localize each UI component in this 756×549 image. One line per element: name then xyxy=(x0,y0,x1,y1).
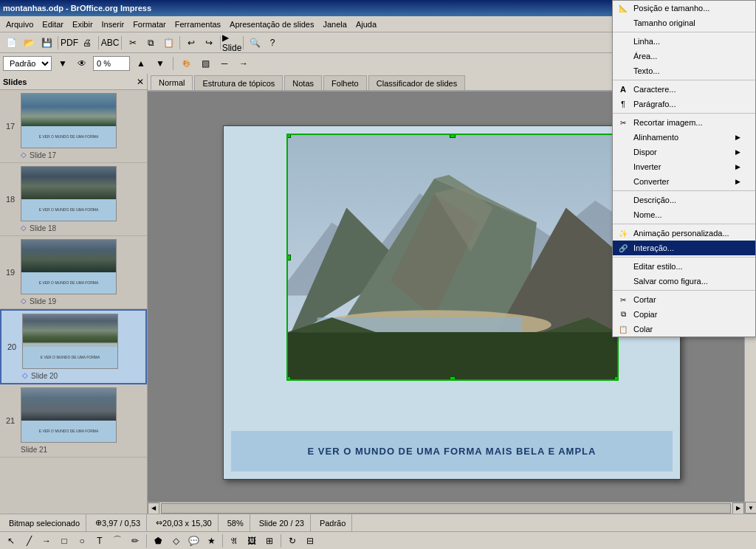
ctx-interacao[interactable]: 🔗 Interação... xyxy=(613,241,755,255)
zoom-button[interactable]: 🔍 xyxy=(247,35,263,51)
ctx-editar-estilo[interactable]: Editar estilo... xyxy=(613,259,755,274)
rotate-tool[interactable]: ↻ xyxy=(284,533,300,549)
ctx-texto[interactable]: Texto... xyxy=(613,63,755,78)
ellipse-tool[interactable]: ○ xyxy=(74,533,90,549)
percent-down[interactable]: ▼ xyxy=(152,55,168,72)
ctx-area[interactable]: Área... xyxy=(613,49,755,63)
bezier-tool[interactable]: ⌒ xyxy=(109,533,126,549)
ctx-dispor[interactable]: Dispor ▶ xyxy=(613,145,755,159)
tab-classificador[interactable]: Classificador de slides xyxy=(368,75,465,90)
scroll-down-button[interactable]: ▼ xyxy=(745,502,756,514)
ctx-caractere[interactable]: A Caractere... xyxy=(613,82,755,97)
print-button[interactable]: 🖨 xyxy=(79,35,95,51)
menu-apresentacao[interactable]: Apresentação de slides xyxy=(225,18,318,30)
text-tool[interactable]: T xyxy=(92,533,108,549)
menu-janela[interactable]: Janela xyxy=(318,18,351,30)
menu-editar[interactable]: Editar xyxy=(38,18,68,30)
menu-arquivo[interactable]: Arquivo xyxy=(1,18,38,30)
fill-btn[interactable]: ▧ xyxy=(197,55,213,72)
ctx-nome[interactable]: Nome... xyxy=(613,207,755,222)
ctx-salvar-figura[interactable]: Salvar como figura... xyxy=(613,274,755,289)
help-button[interactable]: ? xyxy=(264,35,281,51)
fontwork-tool[interactable]: 𝔄 xyxy=(226,533,242,549)
ctx-animacao[interactable]: ✨ Animação personalizada... xyxy=(613,226,755,241)
arrow-btn[interactable]: → xyxy=(236,55,252,72)
tab-normal[interactable]: Normal xyxy=(151,75,193,90)
flowchart-tool[interactable]: ◇ xyxy=(168,533,184,549)
view-btn[interactable]: 👁 xyxy=(74,55,90,72)
menu-formatar[interactable]: Formatar xyxy=(128,18,171,30)
open-button[interactable]: 📂 xyxy=(21,35,37,51)
object-status-text: Bitmap selecionado xyxy=(9,519,80,528)
line-btn[interactable]: ─ xyxy=(216,55,233,72)
callout-tool[interactable]: 💬 xyxy=(185,533,202,549)
slide-thumb-text-17: E VER O MUNDO DE UMA FORMA xyxy=(21,126,116,148)
h-scroll-thumb[interactable] xyxy=(161,503,731,514)
rect-tool[interactable]: □ xyxy=(56,533,72,549)
slide-item-17[interactable]: 17 E VER O MUNDO DE UMA FORMA ◇ Slide 17 xyxy=(0,90,147,163)
menu-ajuda[interactable]: Ajuda xyxy=(351,18,381,30)
scroll-left-button[interactable]: ◀ xyxy=(148,503,159,514)
slide-item-19[interactable]: 19 E VER O MUNDO DE UMA FORMA ◇ Slide 19 xyxy=(0,236,147,309)
ctx-paragrafo[interactable]: ¶ Parágrafo... xyxy=(613,97,755,111)
ctx-descricao[interactable]: Descrição... xyxy=(613,193,755,207)
arrow-tool[interactable]: → xyxy=(38,533,55,549)
percent-up[interactable]: ▲ xyxy=(133,55,149,72)
ctx-copiar[interactable]: ⧉ Copiar xyxy=(613,307,755,322)
tab-notas[interactable]: Notas xyxy=(284,75,322,90)
slide-item-20[interactable]: 20 E VER O MUNDO DE UMA FORMA ◇ Slide 20 xyxy=(0,309,147,384)
undo-button[interactable]: ↩ xyxy=(183,35,199,51)
ctx-colar[interactable]: 📋 Colar xyxy=(613,322,755,336)
slides-list[interactable]: 17 E VER O MUNDO DE UMA FORMA ◇ Slide 17… xyxy=(0,90,147,514)
copy-button[interactable]: ⧉ xyxy=(142,35,159,51)
ctx-interacao-icon: 🔗 xyxy=(617,242,629,254)
pdf-button[interactable]: PDF xyxy=(61,35,78,51)
selected-image[interactable] xyxy=(286,134,619,381)
new-button[interactable]: 📄 xyxy=(3,35,19,51)
slides-close-button[interactable]: ✕ xyxy=(137,77,144,87)
align-tool[interactable]: ⊟ xyxy=(302,533,318,549)
color-btn[interactable]: 🎨 xyxy=(178,55,194,72)
scroll-right-button[interactable]: ▶ xyxy=(732,503,744,514)
image-tool[interactable]: 🖼 xyxy=(244,533,260,549)
slide-show-button[interactable]: ▶ Slide xyxy=(224,35,240,51)
menu-inserir[interactable]: Inserir xyxy=(97,18,129,30)
line-tool[interactable]: ╱ xyxy=(21,533,37,549)
slide-item-21[interactable]: 21 E VER O MUNDO DE UMA FORMA Slide 21 xyxy=(0,384,147,458)
stars-tool[interactable]: ★ xyxy=(203,533,219,549)
paste-button[interactable]: 📋 xyxy=(160,35,176,51)
style-dropdown[interactable]: ▼ xyxy=(55,55,71,72)
ctx-recortar[interactable]: ✂ Recortar imagem... xyxy=(613,115,755,130)
ctx-original-size[interactable]: Tamanho original xyxy=(613,15,755,30)
handle-bottom-right[interactable] xyxy=(614,376,619,381)
ctx-converter[interactable]: Converter ▶ xyxy=(613,174,755,189)
handle-top-center[interactable] xyxy=(450,134,456,138)
freeform-tool[interactable]: ✏ xyxy=(127,533,143,549)
table-tool[interactable]: ⊞ xyxy=(261,533,278,549)
percent-input[interactable] xyxy=(93,56,130,71)
ctx-position-size[interactable]: 📐 Posição e tamanho... xyxy=(613,1,755,15)
horizontal-scrollbar[interactable]: ◀ ▶ xyxy=(148,502,744,514)
tab-estrutura[interactable]: Estrutura de tópicos xyxy=(194,75,283,90)
menu-exibir[interactable]: Exibir xyxy=(68,18,97,30)
select-tool[interactable]: ↖ xyxy=(3,533,19,549)
ctx-alinhamento[interactable]: Alinhamento ▶ xyxy=(613,130,755,145)
context-menu[interactable]: 📐 Posição e tamanho... Tamanho original … xyxy=(612,0,756,337)
handle-bottom-center[interactable] xyxy=(450,376,456,381)
slide-item-18[interactable]: 18 E VER O MUNDO DE UMA FORMA ◇ Slide 18 xyxy=(0,163,147,236)
ctx-linha[interactable]: Linha... xyxy=(613,34,755,49)
spellcheck-button[interactable]: ABC xyxy=(102,35,118,51)
redo-button[interactable]: ↪ xyxy=(201,35,217,51)
handle-middle-left[interactable] xyxy=(286,255,291,260)
cut-button[interactable]: ✂ xyxy=(125,35,141,51)
handle-top-left[interactable] xyxy=(286,134,291,138)
ctx-descricao-label: Descrição... xyxy=(633,196,676,204)
shapes-tool[interactable]: ⬟ xyxy=(150,533,166,549)
tab-folheto[interactable]: Folheto xyxy=(323,75,367,90)
handle-bottom-left[interactable] xyxy=(286,376,291,381)
ctx-inverter[interactable]: Inverter ▶ xyxy=(613,159,755,174)
ctx-cortar[interactable]: ✂ Cortar xyxy=(613,292,755,307)
style-select[interactable]: Padrão xyxy=(3,56,52,71)
save-button[interactable]: 💾 xyxy=(38,35,55,51)
menu-ferramentas[interactable]: Ferramentas xyxy=(171,18,225,30)
